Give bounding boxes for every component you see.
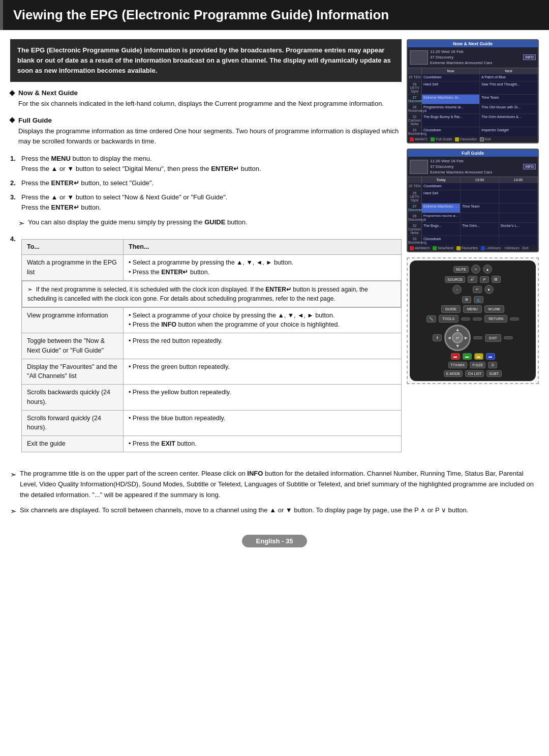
sched-box: ➣ If the next programme is selected, it … xyxy=(22,281,401,307)
epg-prog-next: The Grim Adventures &... xyxy=(480,114,538,127)
ch-up-button[interactable]: ▲ xyxy=(483,265,492,274)
table-row: Toggle between the "Now & Next Guide" or… xyxy=(22,333,402,359)
enter-icon[interactable]: ↵ xyxy=(473,286,482,293)
yellow-button[interactable]: ▬ xyxy=(474,353,483,360)
subt-button[interactable]: SUBT. xyxy=(486,370,502,377)
epg-full-row[interactable]: 27 Discovery Extreme Machines: Arm... Ti… xyxy=(408,203,538,213)
bottom-notes: ➣ The programme title is on the upper pa… xyxy=(0,460,549,528)
table-cell-to: Toggle between the "Now & Next Guide" or… xyxy=(22,333,124,359)
epg-full-row[interactable]: 28 Discovery& Programmes resume at 04:00 xyxy=(408,213,538,222)
epg-full-footer-btn-3[interactable]: Favourites xyxy=(456,246,478,250)
epg-top-text: 11:20 Wed 18 Feb 37 Discovery Extreme Ma… xyxy=(430,49,492,66)
epg-row[interactable]: 26 UKTV Style Hard Sell Saw This and Tho… xyxy=(408,81,538,94)
exit-button[interactable]: EXIT xyxy=(485,334,501,342)
nav-ring: ▲ ▼ ◄ ► ↵ xyxy=(444,325,471,351)
table-cell-to: Display the "Favourites" and the "All Ch… xyxy=(22,359,124,385)
wlink-button[interactable]: W.LINK xyxy=(484,305,505,313)
remote-control: MUTE + ▲ SOURCE 🔊 P ▤ xyxy=(410,260,536,381)
epg-full-row[interactable]: 25 TEN Countdown xyxy=(408,183,538,190)
epg-prog-next: Saw This and Thought... xyxy=(480,81,538,94)
epg-full-info: 11:20 Wed 18 Feb 37 Discovery Extreme Ma… xyxy=(408,157,538,177)
guide-button[interactable]: GUIDE xyxy=(441,305,461,313)
emode-button[interactable]: E.MODE xyxy=(444,370,463,377)
epg-row[interactable]: 27 Discovery Extreme Machines: Ar... Tim… xyxy=(408,94,538,104)
epg-channel: 37 Discovery xyxy=(430,54,492,60)
epg-full-row[interactable]: 26 UKTV Style Hard Sell xyxy=(408,190,538,203)
epg-prog-now: Clousdown xyxy=(422,127,480,136)
epg-full-top-text: 11:20 Wed 18 Feb 37 Discovery Extreme Ma… xyxy=(430,158,492,176)
d-button[interactable]: D xyxy=(488,362,497,368)
speaker-icon: 🔊 xyxy=(468,276,477,283)
mute-button[interactable]: MUTE xyxy=(453,266,469,273)
epg-row[interactable]: 32 Cartoon Netw The Bugs Bunny & Rai... … xyxy=(408,113,538,127)
vol-up-button[interactable]: + xyxy=(471,265,480,274)
step-4-wrapper: 4. To... Then... Watch a programm xyxy=(10,234,402,456)
epg-full-screen: Full Guide 11:20 Wed 18 Feb 37 Discovery… xyxy=(407,149,539,253)
epg-full-row[interactable]: 33 Boomerang Clousdown xyxy=(408,236,538,245)
exit-icon xyxy=(504,336,513,339)
epg-prog-col3 xyxy=(499,213,538,222)
ch-down-button[interactable]: ▼ xyxy=(484,285,494,294)
table-cell-then: • Press the red button repeatedly. xyxy=(124,333,402,359)
remote-top-row: MUTE + ▲ xyxy=(453,265,492,274)
epg-now-next-screen: Now & Next Guide 11:20 Wed 18 Feb 37 Dis… xyxy=(407,39,539,143)
tools-icon-2 xyxy=(461,317,470,321)
epg-prog-now: Hard Sell xyxy=(422,81,480,94)
epg-full-ch-label: 28 Discovery& xyxy=(408,213,422,222)
epg-prog-col1: Clousdown xyxy=(422,236,461,245)
note-arrow-icon-2: ➣ xyxy=(10,505,17,517)
tools-icon-1: 🔧 xyxy=(426,315,436,323)
epg-full-1300-header: 13:00 xyxy=(461,177,499,183)
step-1-content: Press the MENU button to display the men… xyxy=(21,154,402,174)
epg-footer-btn-2[interactable]: Full Guide xyxy=(431,137,452,141)
nav-enter-button[interactable]: ↵ xyxy=(452,332,463,343)
remote-area: MUTE + ▲ SOURCE 🔊 P ▤ xyxy=(407,257,539,384)
epg-full-footer-btn-4[interactable]: -24Hours xyxy=(481,246,501,250)
epg-full-footer-btn-6[interactable]: Exit xyxy=(523,246,529,250)
table-row: View programme information • Select a pr… xyxy=(22,307,402,333)
epg-row[interactable]: 25 TEN Countdown A Patch of Blue xyxy=(408,74,538,81)
menu-button[interactable]: MENU xyxy=(463,305,482,313)
step-3-num: 3. xyxy=(10,192,17,213)
epg-footer-btn-1[interactable]: All/All71 xyxy=(410,137,428,141)
epg-grid-header: Now Next xyxy=(408,68,538,74)
epg-full-footer-btn-1[interactable]: All/Watch xyxy=(410,246,430,250)
epg-footer-btn-4[interactable]: Exit xyxy=(480,137,491,141)
epg-row[interactable]: 28 Rosemary& Programmes resume at... Thi… xyxy=(408,104,538,113)
red-button[interactable]: ▬ xyxy=(451,353,460,360)
epg-full-row[interactable]: 32 Cartoon Netw The Bugs... The Grim... … xyxy=(408,222,538,236)
epg-prog-col3 xyxy=(499,203,538,213)
epg-full-footer-btn-5[interactable]: +24Hours xyxy=(504,246,520,250)
epg-prog-col3 xyxy=(499,236,538,245)
blue-button[interactable]: ▬ xyxy=(486,353,495,360)
epg-full-programmes: Clousdown xyxy=(422,236,538,245)
epg-full-ch-label: 25 TEN xyxy=(408,183,422,190)
remote-nav-row: ℹ ▲ ▼ ◄ ► ↵ EXIT xyxy=(433,325,513,351)
epg-prog-col3 xyxy=(499,190,538,203)
remote-epg-row: ⊞ 📺 xyxy=(462,296,483,303)
epg-full-footer-btn-2[interactable]: Now/Next xyxy=(433,246,453,250)
table-cell-then: • Press the blue button repeatedly. xyxy=(124,410,402,436)
epg-programmes: The Bugs Bunny & Rai... The Grim Adventu… xyxy=(422,114,538,127)
epg-info-button[interactable]: INFO xyxy=(523,54,536,60)
footer-text: English - 35 xyxy=(256,537,293,545)
psize-button[interactable]: P.SIZE xyxy=(470,362,485,368)
vol-group: + xyxy=(471,265,480,274)
epg-prog-now: Extreme Machines: Ar... xyxy=(422,95,480,104)
return-button[interactable]: RETURN xyxy=(484,315,507,323)
source-button[interactable]: SOURCE xyxy=(445,276,465,283)
table-cell-to: Scrolls backwards quickly (24 hours). xyxy=(22,385,124,411)
sched-cell: ➣ If the next programme is selected, it … xyxy=(22,280,402,307)
epg-row[interactable]: 33 Boomerang Clousdown Inspector Gadget xyxy=(408,127,538,136)
green-button[interactable]: ▬ xyxy=(463,353,472,360)
tools-button[interactable]: TOOLS xyxy=(439,315,459,323)
epg-full-info-button[interactable]: INFO xyxy=(523,164,536,169)
ttxmix-button[interactable]: TTX/MIX xyxy=(448,362,468,368)
epg-prog-col3: Doctor's L... xyxy=(499,223,538,236)
chlist-button[interactable]: CH LIST xyxy=(465,370,484,377)
epg-prog-col1: Extreme Machines: Arm... xyxy=(422,203,461,213)
vol-down-button[interactable]: − xyxy=(452,285,462,294)
epg-ch-label: 28 Rosemary& xyxy=(408,104,422,113)
epg-footer-btn-3[interactable]: Favourites xyxy=(455,137,477,141)
epg-prog-now: The Bugs Bunny & Rai... xyxy=(422,114,480,127)
